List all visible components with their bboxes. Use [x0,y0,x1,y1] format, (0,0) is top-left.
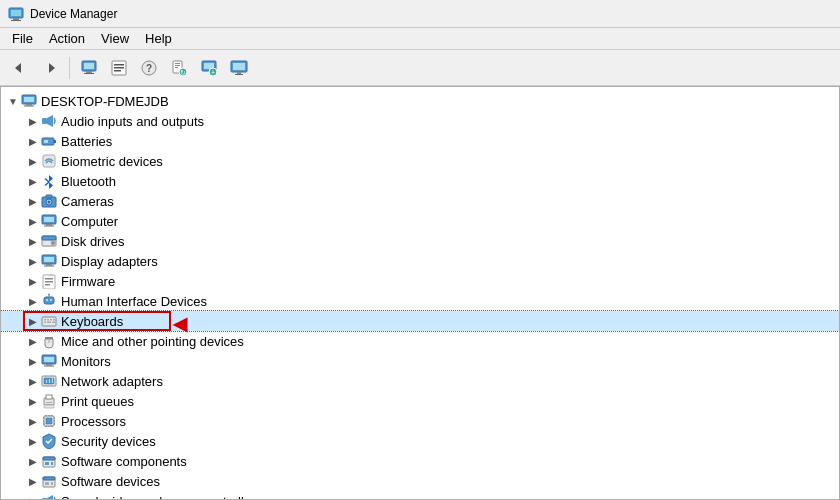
svg-rect-49 [44,217,54,222]
computer-icon [41,213,57,229]
svg-rect-29 [235,74,243,75]
toolbar-separator-1 [69,57,70,79]
sound-expand-icon: ▶ [25,493,41,500]
bluetooth-label: Bluetooth [61,174,116,189]
back-button[interactable] [6,54,34,82]
print-label: Print queues [61,394,134,409]
svg-rect-109 [43,457,55,460]
svg-rect-37 [54,140,56,143]
main-content[interactable]: ▼ DESKTOP-FDMEJDB ▶ Audio [0,86,840,500]
update-button[interactable]: ↻ [165,54,193,82]
tree-item-audio[interactable]: ▶ Audio inputs and outputs [1,111,839,131]
menu-bar: File Action View Help [0,28,840,50]
svg-marker-4 [15,63,21,73]
svg-rect-28 [237,72,241,74]
tree-root[interactable]: ▼ DESKTOP-FDMEJDB [1,91,839,111]
tree-item-computer[interactable]: ▶ Computer [1,211,839,231]
tree-item-print[interactable]: ▶ Print queues [1,391,839,411]
mice-icon [41,333,57,349]
toolbar: ? ↻ + [0,50,840,86]
svg-rect-7 [84,63,94,69]
svg-rect-64 [50,274,52,276]
tree-item-network[interactable]: ▶ Network adapters [1,371,839,391]
svg-rect-13 [114,70,121,72]
title-bar: Device Manager [0,0,840,28]
svg-rect-19 [175,67,178,68]
svg-rect-12 [114,67,124,69]
root-label: DESKTOP-FDMEJDB [41,94,169,109]
svg-rect-86 [46,380,47,383]
tree-item-bluetooth[interactable]: ▶ Bluetooth [1,171,839,191]
device-manager-button[interactable] [75,54,103,82]
svg-rect-9 [84,73,94,74]
menu-file[interactable]: File [4,29,41,48]
tree-item-firmware[interactable]: ▶ Firmware [1,271,839,291]
svg-rect-31 [24,97,34,102]
svg-rect-47 [46,195,52,198]
svg-marker-41 [49,182,53,189]
svg-rect-1 [11,10,21,16]
audio-expand-icon: ▶ [25,113,41,129]
tree-item-sw-components[interactable]: ▶ Software components [1,451,839,471]
tree-item-cameras[interactable]: ▶ Cameras [1,191,839,211]
tree-item-monitors[interactable]: ▶ Monitors [1,351,839,371]
security-label: Security devices [61,434,156,449]
svg-rect-59 [44,266,54,267]
svg-rect-81 [44,357,54,362]
tree-item-sw-devices[interactable]: ▶ Software devices [1,471,839,491]
processors-label: Processors [61,414,126,429]
cameras-expand-icon: ▶ [25,193,41,209]
mice-label: Mice and other pointing devices [61,334,244,349]
batteries-label: Batteries [61,134,112,149]
svg-marker-40 [49,175,53,182]
hid-icon [41,293,57,309]
tree-item-hid[interactable]: ▶ Human Interface Devices [1,291,839,311]
menu-help[interactable]: Help [137,29,180,48]
computer-label: Computer [61,214,118,229]
help-button[interactable]: ? [135,54,163,82]
network-label: Network adapters [61,374,163,389]
tree-item-batteries[interactable]: ▶ Batteries [1,131,839,151]
properties-button[interactable] [105,54,133,82]
tree-item-security[interactable]: ▶ Security devices [1,431,839,451]
tree-item-disk[interactable]: ▶ Disk drives [1,231,839,251]
monitors-expand-icon: ▶ [25,353,41,369]
svg-rect-33 [24,106,34,107]
tree-item-mice[interactable]: ▶ Mice and other pointing devices [1,331,839,351]
tree-item-display[interactable]: ▶ Display adapters [1,251,839,271]
tree-item-processors[interactable]: ▶ Proces [1,411,839,431]
svg-marker-35 [47,115,53,127]
keyboards-expand-icon: ▶ [25,313,41,329]
firmware-expand-icon: ▶ [25,273,41,289]
forward-button[interactable] [36,54,64,82]
menu-view[interactable]: View [93,29,137,48]
svg-rect-34 [42,118,47,124]
menu-action[interactable]: Action [41,29,93,48]
tree-item-biometric[interactable]: ▶ Biometric devices [1,151,839,171]
batteries-expand-icon: ▶ [25,133,41,149]
svg-point-69 [48,294,50,296]
svg-rect-88 [52,378,53,383]
processors-icon [41,413,57,429]
svg-rect-72 [47,319,49,321]
tree-item-sound[interactable]: ▶ Sound, video and game controllers [1,491,839,500]
svg-rect-3 [11,20,21,21]
disk-label: Disk drives [61,234,125,249]
sw-components-icon [41,453,57,469]
print-expand-icon: ▶ [25,393,41,409]
display-label: Display adapters [61,254,158,269]
monitors-label: Monitors [61,354,111,369]
svg-point-55 [52,242,54,244]
tree-item-keyboards[interactable]: ◀ ▶ Keyboards [1,311,839,331]
firmware-label: Firmware [61,274,115,289]
sw-devices-expand-icon: ▶ [25,473,41,489]
monitor-button[interactable] [225,54,253,82]
svg-rect-113 [43,477,55,480]
svg-rect-87 [49,379,50,383]
sw-components-expand-icon: ▶ [25,453,41,469]
biometric-icon [41,153,57,169]
scan-button[interactable]: + [195,54,223,82]
svg-marker-5 [49,63,55,73]
svg-rect-76 [47,322,51,324]
svg-rect-50 [46,224,52,226]
